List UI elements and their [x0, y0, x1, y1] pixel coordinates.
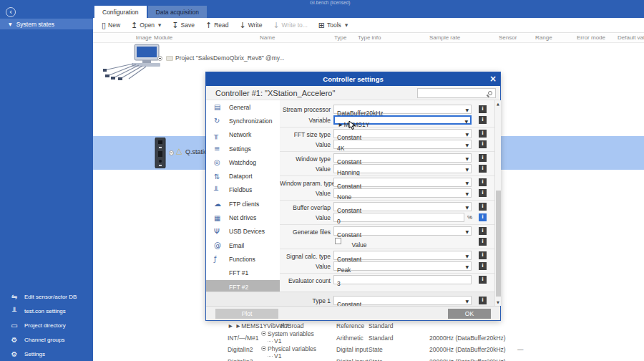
form-scrollbar[interactable]: ▲ ▼	[494, 100, 501, 306]
tab[interactable]: Data acquisition	[148, 6, 207, 18]
dialog-nav-item[interactable]: @ Email	[206, 239, 280, 252]
dropdown-caret-icon[interactable]: ▼	[158, 23, 161, 27]
toolbar-button[interactable]: ▯ New	[102, 21, 120, 30]
info-button[interactable]: i	[479, 276, 487, 284]
dropdown-caret-icon[interactable]: ▼	[465, 156, 469, 161]
dialog-nav-item[interactable]: ↻ Synchronization	[206, 114, 280, 127]
close-icon[interactable]: ×	[489, 74, 497, 85]
field-control[interactable]: 3	[333, 275, 472, 284]
sidebar-menu-item[interactable]: ╨ test.con settings	[0, 304, 93, 318]
info-button[interactable]: i	[479, 213, 487, 221]
toolbar-button[interactable]: ⊞ Tools ▼	[318, 21, 348, 30]
toolbar-button[interactable]: ↓ Write	[239, 21, 262, 30]
dropdown-caret-icon[interactable]: ▼	[465, 167, 469, 172]
column-header[interactable]: Default value	[618, 34, 644, 41]
tab[interactable]: Configuration	[94, 6, 147, 18]
field-control[interactable]: Constant ▼	[333, 178, 472, 187]
dialog-nav-item[interactable]: ⇅ Dataport	[206, 169, 280, 183]
column-header[interactable]: Type	[334, 34, 346, 41]
field-control[interactable]: None ▼	[333, 188, 472, 198]
info-button[interactable]: i	[479, 251, 487, 259]
dropdown-caret-icon[interactable]: ▼	[345, 23, 348, 27]
info-button[interactable]: i	[479, 297, 487, 304]
dialog-nav-item[interactable]: Ψ USB Devices	[206, 225, 280, 239]
dropdown-caret-icon[interactable]: ▼	[465, 191, 469, 196]
table-row[interactable]: INT/—/M#1 Arithmetic Standard 20000Hz (D…	[93, 333, 644, 345]
info-button[interactable]: i	[479, 262, 487, 270]
dropdown-caret-icon[interactable]: ▼	[465, 180, 469, 186]
value-checkbox[interactable]	[335, 238, 341, 244]
column-header[interactable]: Name	[260, 34, 275, 41]
toolbar-button[interactable]: ↓ Write to...	[273, 21, 307, 30]
info-button[interactable]: i	[479, 227, 487, 235]
sidebar-item-system-states[interactable]: ▼ System states	[0, 19, 93, 29]
dialog-nav-item[interactable]: ◎ Watchdog	[206, 155, 280, 169]
info-button[interactable]: i	[479, 165, 487, 173]
column-header[interactable]: Sample rate	[429, 34, 460, 41]
field-control[interactable]: Constant ▼	[333, 202, 472, 211]
dropdown-caret-icon[interactable]: ▼	[465, 254, 469, 259]
dialog-nav-item[interactable]: ╨ Fieldbus	[206, 183, 280, 197]
dropdown-caret-icon[interactable]: ▼	[465, 299, 469, 304]
search-input[interactable]	[417, 88, 496, 98]
scroll-up-icon[interactable]: ▲	[495, 102, 501, 106]
back-button[interactable]: ‹	[6, 7, 16, 17]
field-control[interactable]: 0	[333, 213, 464, 222]
field-control[interactable]: Constant ▼	[333, 153, 472, 163]
toolbar-button[interactable]: ↑ Read	[205, 21, 229, 30]
info-button[interactable]: i	[479, 178, 487, 186]
field-control[interactable]: Peak ▼	[333, 261, 472, 271]
toolbar-button[interactable]: ↥ Open ▼	[131, 21, 161, 30]
info-button[interactable]: i	[479, 140, 487, 148]
field-control[interactable]: Value	[333, 237, 472, 246]
column-header[interactable]: Range	[535, 34, 552, 41]
sidebar-menu-item[interactable]: ⚙ Settings	[0, 347, 93, 361]
plot-button[interactable]: Plot	[215, 309, 278, 319]
sidebar-menu-item[interactable]: ▭ Project directory	[0, 318, 93, 332]
info-button[interactable]: i	[479, 189, 487, 197]
tree-root[interactable]: Project "SalesDemoQbrix_Rev8" @my...	[157, 54, 284, 62]
field-control[interactable]: Constant ▼	[333, 296, 472, 305]
dialog-nav-item[interactable]: ▦ Net drives	[206, 211, 280, 224]
expander-icon[interactable]	[157, 56, 162, 61]
ok-button[interactable]: OK	[448, 309, 491, 319]
dropdown-caret-icon[interactable]: ▼	[465, 132, 469, 137]
dialog-nav-item[interactable]: ≡ Settings	[206, 142, 280, 155]
column-header[interactable]: Error mode	[577, 34, 605, 41]
field-control[interactable]: 4K ▼	[333, 140, 472, 149]
dropdown-caret-icon[interactable]: ▼	[465, 229, 469, 234]
dialog-nav-item[interactable]: ƒ Functions	[206, 252, 280, 266]
column-header[interactable]: Sensor	[499, 34, 517, 41]
expander-icon[interactable]	[169, 150, 174, 155]
field-control[interactable]: DataBuffer20kHz ▼	[333, 105, 472, 114]
table-row[interactable]: ► ►MEMS1YVibVeloBroad Reference Standard	[93, 321, 644, 333]
dropdown-caret-icon[interactable]: ▼	[465, 205, 469, 210]
field-control[interactable]: Constant ▼	[333, 251, 472, 260]
field-control[interactable]: Hanning ▼	[333, 164, 472, 173]
scrollbar-thumb[interactable]	[496, 191, 501, 297]
info-button[interactable]: i	[479, 130, 487, 138]
dropdown-caret-icon[interactable]: ▼	[465, 264, 469, 269]
info-button[interactable]: i	[479, 238, 487, 246]
dialog-nav-item[interactable]: ▤ General	[206, 100, 280, 114]
info-button[interactable]: i	[479, 105, 487, 113]
info-button[interactable]: i	[479, 203, 487, 211]
dialog-nav-item[interactable]: FFT #1	[206, 266, 280, 280]
dialog-nav-item[interactable]: ╥ Network	[206, 128, 280, 142]
dropdown-caret-icon[interactable]: ▼	[465, 107, 469, 112]
table-row[interactable]: DigitalIn2 Digital input State 20000Hz (…	[93, 345, 644, 357]
table-row[interactable]: DigitalIn3 Digital input State 20000Hz (…	[93, 357, 644, 361]
dropdown-caret-icon[interactable]: ▼	[465, 143, 469, 148]
sidebar-menu-item[interactable]: ⇋ Edit sensor/actor DB	[0, 289, 93, 304]
field-control[interactable]: Constant ▼	[333, 226, 472, 236]
info-button[interactable]: i	[479, 116, 487, 124]
scroll-down-icon[interactable]: ▼	[495, 300, 501, 304]
dropdown-caret-icon[interactable]: ▼	[464, 119, 468, 124]
sidebar-menu-item[interactable]: ⚙ Channel groups	[0, 332, 93, 347]
toolbar-button[interactable]: ↧ Save	[172, 21, 195, 30]
column-header[interactable]: Image	[114, 34, 152, 41]
info-button[interactable]: i	[479, 154, 487, 162]
column-header[interactable]: Module	[154, 34, 172, 41]
column-header[interactable]: Type info	[358, 34, 381, 41]
dialog-nav-item[interactable]: ☁ FTP clients	[206, 197, 280, 211]
